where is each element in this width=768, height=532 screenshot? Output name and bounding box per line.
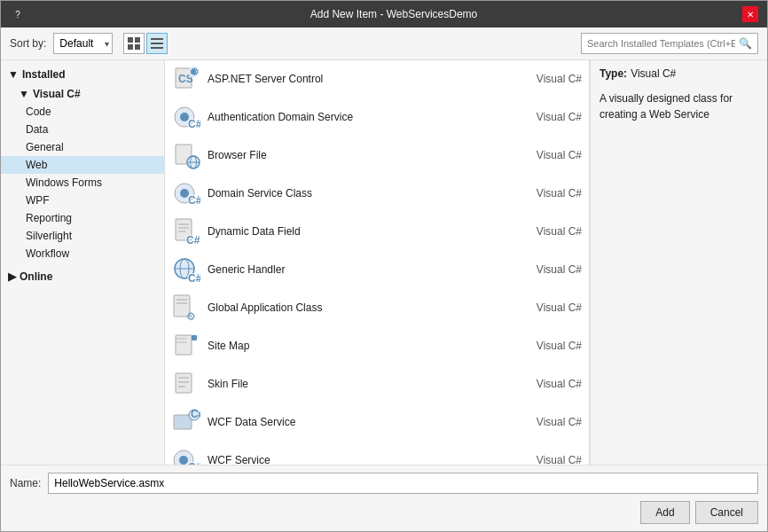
visual-cs-section: ▼ Visual C# CodeDataGeneralWebWindows Fo… bbox=[1, 83, 164, 264]
svg-text:C#: C# bbox=[188, 118, 200, 130]
sidebar-item-workflow[interactable]: Workflow bbox=[1, 245, 164, 262]
type-value: Visual C# bbox=[631, 67, 676, 80]
online-section: ▶ Online bbox=[1, 266, 164, 287]
sidebar-item-windows-forms[interactable]: Windows Forms bbox=[1, 174, 164, 192]
list-item[interactable]: C# Generic HandlerVisual C# bbox=[165, 251, 589, 289]
list-item[interactable]: C# Dynamic Data FieldVisual C# bbox=[165, 213, 589, 251]
item-icon-sitemap bbox=[172, 332, 200, 360]
list-item[interactable]: Skin FileVisual C# bbox=[165, 365, 589, 403]
list-item[interactable]: CS ⚙ ASP.NET Server ControlVisual C# bbox=[165, 60, 589, 98]
svg-point-47 bbox=[179, 456, 188, 465]
item-name: WCF Data Service bbox=[208, 416, 513, 428]
list-item[interactable]: C# WCF Data ServiceVisual C# bbox=[165, 403, 589, 442]
dialog-body: Sort by: Default bbox=[1, 27, 767, 531]
sort-wrapper: Default bbox=[53, 33, 113, 54]
svg-rect-4 bbox=[151, 38, 163, 40]
item-type: Visual C# bbox=[520, 225, 582, 238]
svg-rect-36 bbox=[192, 335, 197, 340]
item-name: Domain Service Class bbox=[208, 187, 513, 200]
item-icon-globe bbox=[172, 141, 200, 169]
item-type: Visual C# bbox=[520, 378, 582, 390]
add-button[interactable]: Add bbox=[640, 501, 689, 524]
svg-text:C#: C# bbox=[191, 408, 200, 420]
item-name: WCF Service bbox=[208, 454, 513, 465]
cancel-button[interactable]: Cancel bbox=[695, 501, 758, 524]
item-name: Global Application Class bbox=[208, 301, 513, 314]
item-icon-page-cs: C# bbox=[172, 217, 200, 246]
item-type: Visual C# bbox=[520, 301, 582, 314]
item-name: Generic Handler bbox=[208, 263, 513, 276]
search-box: 🔍 bbox=[581, 33, 758, 54]
item-icon-wcf-service: C# bbox=[172, 446, 200, 465]
list-item[interactable]: C# Authentication Domain ServiceVisual C… bbox=[165, 98, 589, 137]
item-name: Browser File bbox=[208, 149, 513, 161]
name-input[interactable] bbox=[48, 473, 758, 494]
list-view-button[interactable] bbox=[146, 33, 168, 54]
item-type: Visual C# bbox=[520, 454, 582, 465]
items-list: CS ⚙ ASP.NET Server ControlVisual C# C# … bbox=[165, 60, 590, 465]
svg-rect-5 bbox=[151, 43, 163, 44]
list-item[interactable]: Site MapVisual C# bbox=[165, 327, 589, 365]
dialog-title: Add New Item - WebServicesDemo bbox=[45, 8, 742, 20]
installed-label: Installed bbox=[22, 68, 66, 81]
item-icon-gear-cs: C# bbox=[172, 103, 200, 131]
close-button[interactable]: ✕ bbox=[742, 6, 758, 22]
name-label: Name: bbox=[10, 477, 41, 489]
svg-text:C#: C# bbox=[188, 461, 200, 465]
content-area: CS ⚙ ASP.NET Server ControlVisual C# C# … bbox=[165, 60, 767, 465]
item-type: Visual C# bbox=[520, 187, 582, 200]
visual-cs-arrow: ▼ bbox=[19, 88, 29, 100]
svg-rect-1 bbox=[135, 37, 140, 43]
item-name: Site Map bbox=[208, 340, 513, 352]
item-icon-gear-cs2: C# bbox=[172, 179, 200, 207]
sidebar-item-code[interactable]: Code bbox=[1, 103, 164, 121]
search-icon[interactable]: 🔍 bbox=[739, 37, 752, 50]
type-description: A visually designed class for creating a… bbox=[600, 90, 758, 122]
search-input[interactable] bbox=[587, 38, 735, 49]
sidebar-item-web[interactable]: Web bbox=[1, 156, 164, 174]
item-name: Skin File bbox=[208, 378, 513, 390]
grid-view-button[interactable] bbox=[123, 33, 145, 54]
item-type: Visual C# bbox=[520, 263, 582, 276]
svg-rect-2 bbox=[128, 44, 133, 50]
sidebar-item-data[interactable]: Data bbox=[1, 121, 164, 138]
sort-label: Sort by: bbox=[10, 37, 46, 50]
item-type: Visual C# bbox=[520, 149, 582, 161]
help-button[interactable]: ? bbox=[10, 6, 26, 22]
list-item[interactable]: Browser FileVisual C# bbox=[165, 137, 589, 175]
visual-cs-header[interactable]: ▼ Visual C# bbox=[1, 85, 164, 103]
installed-section: ▼ Installed ▼ Visual C# CodeDataGeneralW… bbox=[1, 64, 164, 266]
sidebar-item-general[interactable]: General bbox=[1, 138, 164, 156]
sidebar-item-reporting[interactable]: Reporting bbox=[1, 209, 164, 227]
bottom-bar: Name: Add Cancel bbox=[1, 465, 767, 531]
sidebar-subitems: CodeDataGeneralWebWindows FormsWPFReport… bbox=[1, 103, 164, 262]
sidebar-item-silverlight[interactable]: Silverlight bbox=[1, 227, 164, 245]
list-icon bbox=[151, 37, 163, 50]
list-item[interactable]: C# Domain Service ClassVisual C# bbox=[165, 175, 589, 213]
installed-header[interactable]: ▼ Installed bbox=[1, 66, 164, 83]
item-type: Visual C# bbox=[520, 416, 582, 428]
svg-text:C#: C# bbox=[188, 272, 200, 284]
item-icon-globe-cs: C# bbox=[172, 255, 200, 284]
online-arrow: ▶ bbox=[8, 270, 16, 283]
add-new-item-dialog: ? Add New Item - WebServicesDemo ✕ Sort … bbox=[0, 0, 768, 532]
list-item[interactable]: ⚙ Global Application ClassVisual C# bbox=[165, 289, 589, 327]
grid-icon bbox=[128, 37, 140, 50]
sort-select[interactable]: Default bbox=[53, 33, 113, 54]
item-name: Dynamic Data Field bbox=[208, 225, 513, 238]
list-item[interactable]: C# WCF ServiceVisual C# bbox=[165, 442, 589, 465]
sidebar-item-wpf[interactable]: WPF bbox=[1, 192, 164, 209]
svg-rect-6 bbox=[151, 47, 163, 49]
svg-rect-0 bbox=[128, 37, 133, 43]
type-label: Type: bbox=[600, 67, 627, 80]
svg-text:C#: C# bbox=[186, 234, 200, 246]
svg-rect-35 bbox=[176, 335, 192, 355]
item-type: Visual C# bbox=[520, 340, 582, 352]
item-type: Visual C# bbox=[520, 111, 582, 123]
item-type: Visual C# bbox=[520, 73, 582, 85]
visual-cs-label: Visual C# bbox=[33, 88, 81, 100]
svg-text:⚙: ⚙ bbox=[190, 66, 200, 78]
svg-rect-3 bbox=[135, 44, 140, 50]
item-name: Authentication Domain Service bbox=[208, 111, 513, 123]
online-header[interactable]: ▶ Online bbox=[1, 268, 164, 286]
